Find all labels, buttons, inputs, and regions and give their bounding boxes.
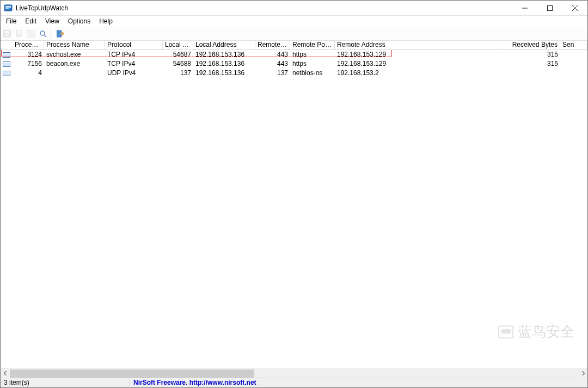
cell-pid: 7156 xyxy=(13,59,44,69)
data-area: 3124svchost.exeTCP IPv454687192.168.153.… xyxy=(1,50,587,368)
column-header-rbytes[interactable]: Received Bytes xyxy=(499,40,560,50)
copy-icon[interactable] xyxy=(14,28,24,39)
cell-pname xyxy=(44,69,105,78)
window-title: LiveTcpUdpWatch xyxy=(16,4,68,12)
svg-rect-8 xyxy=(5,31,9,33)
column-header-sent[interactable]: Sen xyxy=(560,40,587,50)
column-headers: Process IDProcess NameProtocolLocal Port… xyxy=(1,41,587,50)
menu-edit[interactable]: Edit xyxy=(21,17,41,26)
properties-icon[interactable] xyxy=(26,28,36,39)
menubar: FileEditViewOptionsHelp xyxy=(1,16,587,27)
cell-laddr: 192.168.153.136 xyxy=(193,69,255,78)
cell-raddr: 192.168.153.129 xyxy=(335,59,499,69)
svg-rect-4 xyxy=(548,5,553,10)
cell-pname: svchost.exe xyxy=(44,50,105,59)
table-rows: 3124svchost.exeTCP IPv454687192.168.153.… xyxy=(1,50,587,78)
status-item-count: 3 item(s) xyxy=(1,378,130,388)
cell-proto: TCP IPv4 xyxy=(105,59,163,69)
cell-rportn: https xyxy=(290,59,335,69)
table-row[interactable]: 7156beacon.exeTCP IPv454688192.168.153.1… xyxy=(1,59,587,69)
find-icon[interactable] xyxy=(38,28,48,39)
cell-raddr: 192.168.153.129 xyxy=(335,50,499,59)
horizontal-scrollbar[interactable] xyxy=(1,368,587,378)
column-header-lport[interactable]: Local Port xyxy=(163,40,193,50)
scroll-left-button[interactable] xyxy=(1,369,10,378)
scroll-track[interactable] xyxy=(10,369,578,378)
cell-rportn: https xyxy=(290,50,335,59)
cell-pid: 4 xyxy=(13,69,44,78)
row-icon xyxy=(3,52,10,58)
svg-rect-1 xyxy=(5,6,11,8)
scroll-thumb[interactable] xyxy=(10,369,254,378)
status-freeware: NirSoft Freeware. http://www.nirsoft.net xyxy=(130,378,587,388)
column-header-rport[interactable]: Remote Port xyxy=(255,40,290,50)
minimize-button[interactable] xyxy=(512,1,537,16)
cell-raddr: 192.168.153.2 xyxy=(335,69,499,78)
maximize-button[interactable] xyxy=(537,1,562,16)
row-icon xyxy=(3,71,10,76)
watermark-icon xyxy=(498,325,513,338)
column-header-icon[interactable] xyxy=(1,40,13,50)
column-header-pid[interactable]: Process ID xyxy=(13,40,44,50)
svg-rect-9 xyxy=(5,34,9,36)
menu-view[interactable]: View xyxy=(41,17,64,26)
scroll-right-button[interactable] xyxy=(578,369,587,378)
save-icon[interactable] xyxy=(2,28,13,39)
cell-lport: 137 xyxy=(163,69,193,78)
toolbar xyxy=(1,27,587,41)
cell-rportn: netbios-ns xyxy=(290,69,335,78)
column-header-laddr[interactable]: Local Address xyxy=(193,40,255,50)
svg-rect-11 xyxy=(17,30,22,35)
column-header-proto[interactable]: Protocol xyxy=(105,40,163,50)
toolbar-separator xyxy=(51,28,53,39)
cell-icon xyxy=(1,50,13,59)
column-header-raddr[interactable]: Remote Address xyxy=(335,40,499,50)
cell-pname: beacon.exe xyxy=(44,59,105,69)
cell-lport: 54688 xyxy=(163,59,193,69)
row-icon xyxy=(3,61,10,67)
cell-icon xyxy=(1,69,13,78)
cell-rport: 443 xyxy=(255,50,290,59)
table-row[interactable]: 3124svchost.exeTCP IPv454687192.168.153.… xyxy=(1,50,587,59)
cell-proto: UDP IPv4 xyxy=(105,69,163,78)
close-button[interactable] xyxy=(562,1,587,16)
app-icon xyxy=(4,4,13,13)
cell-icon xyxy=(1,59,13,69)
svg-line-17 xyxy=(44,35,46,37)
cell-sent xyxy=(560,69,587,78)
exit-icon[interactable] xyxy=(55,28,66,39)
cell-pid: 3124 xyxy=(13,50,44,59)
cell-rbytes: 315 xyxy=(499,59,560,69)
watermark-text: 蓝鸟安全 xyxy=(518,322,574,341)
column-header-pname[interactable]: Process Name xyxy=(44,40,105,50)
cell-proto: TCP IPv4 xyxy=(105,50,163,59)
cell-sent xyxy=(560,50,587,59)
cell-laddr: 192.168.153.136 xyxy=(193,59,255,69)
svg-rect-0 xyxy=(4,5,12,11)
titlebar: LiveTcpUdpWatch xyxy=(1,1,587,16)
menu-file[interactable]: File xyxy=(2,17,21,26)
cell-rport: 137 xyxy=(255,69,290,78)
cell-laddr: 192.168.153.136 xyxy=(193,50,255,59)
menu-help[interactable]: Help xyxy=(95,17,117,26)
statusbar: 3 item(s) NirSoft Freeware. http://www.n… xyxy=(1,378,587,387)
svg-rect-2 xyxy=(5,8,9,9)
cell-sent xyxy=(560,59,587,69)
svg-point-16 xyxy=(40,31,45,35)
watermark: 蓝鸟安全 xyxy=(498,322,574,341)
cell-rbytes: 315 xyxy=(499,50,560,59)
cell-rport: 443 xyxy=(255,59,290,69)
menu-options[interactable]: Options xyxy=(64,17,95,26)
cell-lport: 54687 xyxy=(163,50,193,59)
cell-rbytes xyxy=(499,69,560,78)
app-window: LiveTcpUdpWatch FileEditViewOptionsHelp xyxy=(0,0,588,388)
column-header-rportn[interactable]: Remote Port ... xyxy=(290,40,335,50)
table-row[interactable]: 4UDP IPv4137192.168.153.136137netbios-ns… xyxy=(1,69,587,78)
